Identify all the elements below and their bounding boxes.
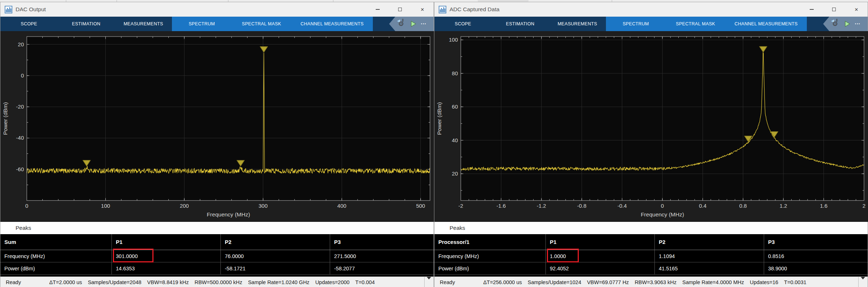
- svg-text:Frequency (MHz): Frequency (MHz): [207, 211, 250, 218]
- peaks-col-p3: P3: [330, 234, 434, 250]
- svg-text:300: 300: [258, 203, 267, 209]
- desktop: DAC Output ✕ SCOPE ESTIMATION MEASUREMEN…: [0, 0, 868, 287]
- toolbar-filler: [807, 17, 823, 31]
- peaks-col-p1: P1: [112, 234, 221, 250]
- status-rbw: RBW=3.9063 kHz: [635, 279, 677, 285]
- maximize-icon: [832, 8, 836, 11]
- svg-text:0.8: 0.8: [739, 203, 747, 209]
- tab-spectral-mask[interactable]: SPECTRAL MASK: [666, 17, 725, 31]
- row-label: Frequency (MHz): [0, 250, 112, 262]
- settings-gear-icon[interactable]: ◀ ⚙: [832, 20, 840, 28]
- svg-text:-20: -20: [16, 104, 24, 110]
- status-vbw: VBW=69.0777 Hz: [587, 279, 629, 285]
- svg-text:Power (dBm): Power (dBm): [2, 102, 8, 135]
- tab-scope[interactable]: SCOPE: [434, 17, 492, 31]
- minimize-icon: [810, 9, 814, 10]
- titlebar[interactable]: DAC Output ✕: [0, 2, 434, 17]
- peaks-table-header: Sum P1 P2 P3: [0, 234, 434, 250]
- more-options-button[interactable]: •••: [855, 22, 860, 26]
- peaks-row-power: Power (dBm) 92.4052 41.5165 38.9000: [434, 262, 868, 275]
- svg-text:-60: -60: [16, 166, 24, 172]
- spectrum-analyzer-app-icon: [5, 6, 12, 13]
- run-button[interactable]: [844, 20, 851, 28]
- status-corner-button[interactable]: [424, 277, 434, 287]
- peaks-col-p1: P1: [546, 234, 655, 250]
- tab-scope[interactable]: SCOPE: [0, 17, 58, 31]
- tab-spectral-mask[interactable]: SPECTRAL MASK: [232, 17, 291, 31]
- p2-frequency-cell: 76.0000: [221, 250, 330, 262]
- status-sample-rate: Sample Rate=4.0000 MHz: [682, 279, 744, 285]
- quick-controls-area: ◀ ⚙ •••: [389, 17, 434, 31]
- svg-text:100: 100: [101, 203, 110, 209]
- p3-frequency-cell: 271.5000: [330, 250, 434, 262]
- row-label: Power (dBm): [434, 262, 546, 274]
- run-button[interactable]: [410, 20, 417, 28]
- p3-power-cell: -58.2077: [330, 262, 434, 274]
- tab-spectrum[interactable]: SPECTRUM: [606, 17, 666, 31]
- minimize-button[interactable]: [800, 2, 823, 17]
- close-button[interactable]: ✕: [845, 2, 868, 17]
- svg-text:0: 0: [21, 72, 24, 79]
- svg-text:40: 40: [452, 137, 458, 143]
- maximize-button[interactable]: [823, 2, 845, 17]
- svg-text:2: 2: [863, 203, 865, 209]
- status-bar: Ready ΔT=2.0000 us Samples/Update=2048 V…: [0, 277, 434, 287]
- svg-text:0: 0: [661, 203, 664, 209]
- more-options-button[interactable]: •••: [421, 22, 426, 26]
- maximize-button[interactable]: [389, 2, 411, 17]
- tab-spectrum[interactable]: SPECTRUM: [172, 17, 232, 31]
- svg-text:-40: -40: [16, 135, 24, 141]
- maximize-icon: [398, 8, 402, 11]
- status-bar: Ready ΔT=256.0000 us Samples/Update=1024…: [434, 277, 868, 287]
- status-time: T=0.0031: [784, 279, 806, 285]
- window-title: ADC Captured Data: [450, 6, 500, 13]
- svg-text:Power (dBm): Power (dBm): [436, 102, 442, 135]
- row-label: Frequency (MHz): [434, 250, 546, 262]
- settings-gear-icon[interactable]: ◀ ⚙: [398, 20, 406, 28]
- spectrum-plot[interactable]: -2-1.6-1.2-0.8-0.400.40.81.21.6210080604…: [434, 31, 868, 222]
- status-corner-button[interactable]: [858, 277, 868, 287]
- status-time: T=0.004: [355, 279, 375, 285]
- tab-channel-measurements[interactable]: CHANNEL MEASUREMENTS: [725, 17, 807, 31]
- svg-text:200: 200: [180, 203, 189, 209]
- peaks-panel-title: Peaks: [434, 222, 868, 234]
- collapse-triangle-icon: [427, 279, 431, 285]
- svg-text:0: 0: [25, 203, 28, 209]
- svg-text:-1.2: -1.2: [537, 203, 546, 209]
- spectrum-plot[interactable]: 0100200300400500200-20-40-60Frequency (M…: [0, 31, 434, 222]
- status-samples: Samples/Update=1024: [528, 279, 581, 285]
- tab-measurements[interactable]: MEASUREMENTS: [549, 17, 606, 31]
- p1-power-cell: 92.4052: [546, 262, 655, 274]
- status-vbw: VBW=8.8419 kHz: [147, 279, 189, 285]
- peaks-table-header: Processor/1 P1 P2 P3: [434, 234, 868, 250]
- close-button[interactable]: ✕: [411, 2, 434, 17]
- status-updates: Updates=2000: [315, 279, 350, 285]
- svg-text:1.6: 1.6: [820, 203, 827, 209]
- p2-frequency-cell: 1.1094: [655, 250, 764, 262]
- p1-power-cell: 14.6353: [112, 262, 221, 274]
- minimize-icon: [376, 9, 380, 10]
- svg-text:20: 20: [18, 41, 24, 47]
- titlebar[interactable]: ADC Captured Data ✕: [434, 2, 868, 17]
- quick-controls-area: ◀ ⚙ •••: [823, 17, 868, 31]
- status-rbw: RBW=500.0000 kHz: [194, 279, 242, 285]
- peaks-col-source: Processor/1: [434, 234, 546, 250]
- minimize-button[interactable]: [366, 2, 389, 17]
- peaks-col-p2: P2: [655, 234, 764, 250]
- status-sample-rate: Sample Rate=1.0240 GHz: [248, 279, 309, 285]
- tab-measurements[interactable]: MEASUREMENTS: [115, 17, 172, 31]
- tab-estimation[interactable]: ESTIMATION: [492, 17, 549, 31]
- status-samples: Samples/Update=2048: [88, 279, 142, 285]
- tab-estimation[interactable]: ESTIMATION: [58, 17, 115, 31]
- close-icon: ✕: [421, 7, 425, 12]
- spectrum-analyzer-app-icon: [439, 6, 446, 13]
- status-state: Ready: [6, 279, 21, 285]
- p3-power-cell: 38.9000: [764, 262, 868, 274]
- tab-channel-measurements[interactable]: CHANNEL MEASUREMENTS: [291, 17, 373, 31]
- ribbon-toolbar: SCOPE ESTIMATION MEASUREMENTS SPECTRUM S…: [434, 17, 868, 31]
- toolbar-filler: [373, 17, 389, 31]
- collapse-triangle-icon: [861, 279, 865, 285]
- svg-text:80: 80: [452, 70, 458, 76]
- p1-frequency-cell: 301.0000: [112, 250, 221, 262]
- play-icon: [410, 20, 417, 28]
